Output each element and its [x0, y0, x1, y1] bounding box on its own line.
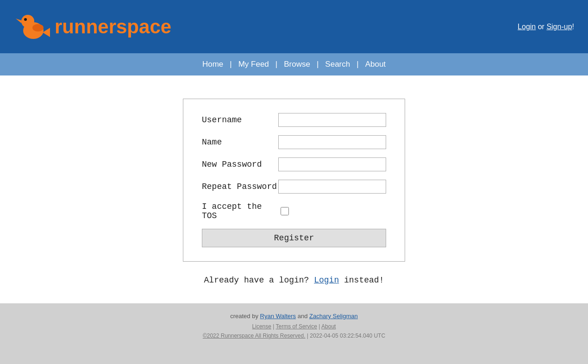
new-password-input[interactable]: [278, 157, 386, 171]
created-by-prefix: created by: [230, 313, 260, 320]
tos-row: I accept the TOS: [202, 202, 386, 220]
name-input[interactable]: [278, 135, 386, 149]
navbar: Home | My Feed | Browse | Search | About: [0, 53, 588, 75]
main-content: Username Name New Password Repeat Passwo…: [0, 75, 588, 303]
footer-copyright-link[interactable]: ©2022 Runnerspace All Rights Reserved.: [203, 333, 306, 339]
already-login-suffix: instead!: [339, 276, 384, 285]
already-login-prefix: Already have a login?: [204, 276, 314, 285]
svg-point-1: [21, 15, 34, 28]
header-or-text: or: [536, 23, 546, 31]
registration-form-box: Username Name New Password Repeat Passwo…: [183, 99, 405, 262]
username-row: Username: [202, 113, 386, 127]
already-login-link[interactable]: Login: [314, 276, 339, 285]
header-signup-link[interactable]: Sign-up: [546, 23, 572, 31]
footer-links: License | Terms of Service | About: [0, 323, 588, 330]
and-text: and: [296, 313, 309, 320]
new-password-label: New Password: [202, 160, 278, 169]
register-button[interactable]: Register: [202, 229, 386, 247]
svg-marker-2: [16, 19, 21, 23]
nav-item-about[interactable]: About: [359, 58, 392, 71]
nav-item-my-feed[interactable]: My Feed: [232, 58, 275, 71]
nav-item-search[interactable]: Search: [319, 58, 357, 71]
footer-license-link[interactable]: License: [252, 323, 271, 330]
svg-point-5: [24, 18, 27, 21]
header-exclaim: !: [572, 23, 574, 31]
footer-timestamp: | 2022-04-05 03:22:54.040 UTC: [306, 333, 386, 339]
nav-item-browse[interactable]: Browse: [277, 58, 317, 71]
tos-label: I accept the TOS: [202, 202, 281, 220]
logo-text: runnerspace: [55, 16, 171, 38]
repeat-password-label: Repeat Password: [202, 182, 278, 191]
svg-point-3: [32, 24, 44, 31]
header-auth: Login or Sign-up!: [518, 23, 574, 31]
footer-copyright: ©2022 Runnerspace All Rights Reserved. |…: [0, 333, 588, 339]
author1-link[interactable]: Ryan Walters: [260, 313, 296, 320]
name-row: Name: [202, 135, 386, 149]
tos-checkbox[interactable]: [281, 207, 289, 215]
username-label: Username: [202, 115, 278, 125]
author2-link[interactable]: Zachary Seligman: [309, 313, 358, 320]
name-label: Name: [202, 138, 278, 147]
footer-tos-link[interactable]: Terms of Service: [276, 323, 317, 330]
footer: created by Ryan Walters and Zachary Seli…: [0, 303, 588, 344]
svg-marker-4: [43, 28, 50, 37]
username-input[interactable]: [278, 113, 386, 127]
header: runnerspace Login or Sign-up!: [0, 0, 588, 53]
footer-created-by: created by Ryan Walters and Zachary Seli…: [0, 313, 588, 320]
header-login-link[interactable]: Login: [518, 23, 536, 31]
logo-area: runnerspace: [14, 8, 171, 45]
new-password-row: New Password: [202, 157, 386, 171]
repeat-password-row: Repeat Password: [202, 180, 386, 194]
repeat-password-input[interactable]: [278, 180, 386, 194]
already-login-text: Already have a login? Login instead!: [204, 276, 384, 285]
nav-item-home[interactable]: Home: [196, 58, 230, 71]
logo-bird-icon: [14, 8, 51, 45]
footer-about-link[interactable]: About: [321, 323, 336, 330]
